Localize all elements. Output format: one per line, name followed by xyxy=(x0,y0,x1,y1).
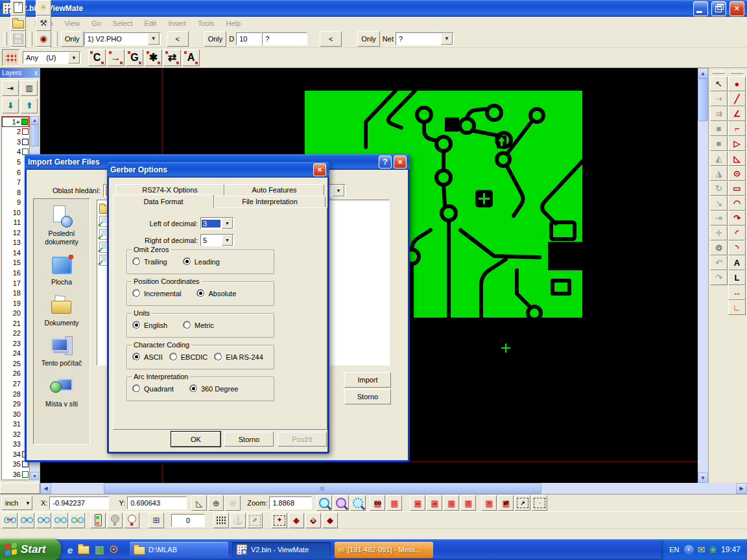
scroll-down-icon[interactable]: ▼ xyxy=(698,472,708,483)
draw-corner-icon[interactable]: ⌐ xyxy=(728,121,746,136)
draw-rect-icon[interactable]: ▭ xyxy=(728,181,746,196)
layer-swatch[interactable] xyxy=(22,128,29,135)
radio-360-degree[interactable]: 360 Degree xyxy=(189,384,239,393)
pan-left-icon[interactable]: ▦← xyxy=(410,495,425,511)
view-all-icon[interactable]: ••• xyxy=(2,513,18,528)
scroll-thumb[interactable] xyxy=(30,124,39,146)
draw-angle-icon[interactable]: ▷ xyxy=(728,136,746,151)
zoom-window-icon[interactable] xyxy=(350,495,366,511)
menu-view[interactable]: View xyxy=(58,18,86,29)
only-dcode-button[interactable]: Only xyxy=(204,31,227,47)
tab-data-format[interactable]: Data Format xyxy=(113,194,214,208)
corner-tool-icon[interactable]: ∟ xyxy=(728,300,746,315)
layer-row-3[interactable]: 3 xyxy=(2,137,29,147)
cancel-button[interactable]: Storno xyxy=(344,389,391,404)
layer-combo[interactable]: 1) V2.PHO ▼ xyxy=(84,32,161,45)
chevron-down-icon[interactable]: ▼ xyxy=(148,33,160,45)
left-decimal-combo[interactable]: 3 ▼ xyxy=(200,217,234,229)
menu-edit[interactable]: Edit xyxy=(138,18,162,29)
filter-combo[interactable]: Any (U) ▼ xyxy=(23,51,81,64)
taskwin-folder[interactable]: D:\MLAB xyxy=(130,542,228,558)
only-net-button[interactable]: Only xyxy=(357,31,380,47)
zoom-in-icon[interactable] xyxy=(316,495,332,511)
only-layer-button[interactable]: Only xyxy=(61,31,84,47)
grid-value[interactable]: 0 xyxy=(171,514,205,527)
grid-dots-icon[interactable] xyxy=(213,513,229,528)
tab-file-interpretation[interactable]: File Interpretation xyxy=(214,196,326,207)
menu-tools[interactable]: Tools xyxy=(192,18,220,29)
place-network[interactable]: Místa v síti xyxy=(34,376,89,408)
start-button[interactable]: Start xyxy=(0,539,61,560)
close-button[interactable]: × xyxy=(729,1,744,16)
folder-qlaunch-icon[interactable] xyxy=(78,544,89,555)
draw-triangle-icon[interactable]: ◺ xyxy=(728,151,746,166)
ok-button[interactable]: OK xyxy=(171,432,220,447)
tile-view-icon[interactable]: ⊞ xyxy=(148,513,164,528)
swap-ends-button[interactable]: ⇄ xyxy=(163,49,181,66)
dcode-highlight-icon[interactable]: ◉ xyxy=(36,31,51,47)
menu-insert[interactable]: Insert xyxy=(162,18,192,29)
aperture-tools-icon[interactable]: ⚒ xyxy=(36,16,51,31)
flash-s-icon[interactable]: ◆s xyxy=(305,513,321,528)
zoom-grid-small-icon[interactable]: ▦▫ xyxy=(481,495,497,511)
draw-curve-icon[interactable]: ↷ xyxy=(728,211,746,226)
layer-table-icon[interactable]: ▥ xyxy=(21,80,38,96)
close-icon[interactable]: × xyxy=(313,163,326,176)
goto-g-button[interactable]: G xyxy=(126,49,143,66)
flash-highlight-icon[interactable]: ✦ xyxy=(272,513,287,528)
resize-select-icon[interactable]: ↗ xyxy=(515,495,530,511)
label-tool-icon[interactable]: L xyxy=(728,270,746,285)
origin-crosshair-icon[interactable]: ⊕ xyxy=(208,495,224,511)
dcode-query-input[interactable]: ? xyxy=(262,32,307,45)
scroll-left-icon[interactable]: ◀ xyxy=(40,483,51,494)
firefox-icon[interactable]: ☉ xyxy=(110,544,118,555)
angle-measure-icon[interactable]: ◺ xyxy=(191,495,207,511)
tray-mail-icon[interactable]: ✉ xyxy=(698,544,706,555)
draw-line-icon[interactable]: ╱ xyxy=(728,91,746,106)
ie-icon[interactable]: e xyxy=(67,544,73,555)
layer-swatch[interactable] xyxy=(21,119,28,125)
layer-up-icon[interactable]: ⬆ xyxy=(21,98,38,113)
right-decimal-combo[interactable]: 5 ▼ xyxy=(200,234,234,246)
tray-collapse-icon[interactable]: ‹ xyxy=(684,545,694,555)
view-single-icon[interactable]: ∙ xyxy=(53,513,68,528)
minimize-button[interactable] xyxy=(693,1,708,16)
draw-circle-icon[interactable]: ⊙ xyxy=(728,166,746,181)
book-icon[interactable]: ▥ xyxy=(95,544,104,555)
place-computer[interactable]: Tento počítač xyxy=(34,335,89,368)
chevron-down-icon[interactable]: ▼ xyxy=(333,185,344,196)
chevron-down-icon[interactable]: ▼ xyxy=(68,52,80,64)
lamp-red-icon[interactable] xyxy=(124,513,139,528)
menu-go[interactable]: Go xyxy=(86,18,107,29)
draw-chord-icon[interactable]: ◠ xyxy=(728,196,746,211)
zoom-all-icon[interactable] xyxy=(333,495,349,511)
radio-english[interactable]: English xyxy=(132,321,167,329)
layer-swatch[interactable] xyxy=(22,471,29,478)
pan-right-icon[interactable]: ▦→ xyxy=(427,495,442,511)
flash-finder-icon[interactable]: ☀ xyxy=(36,0,51,16)
layer-row-36[interactable]: 36 xyxy=(2,469,29,480)
radio-trailing[interactable]: Trailing xyxy=(132,257,167,266)
tab-auto-features[interactable]: Auto Features xyxy=(224,184,324,196)
tray-icq-icon[interactable]: ❀ xyxy=(709,544,717,555)
panel-splitter[interactable] xyxy=(0,483,40,494)
view-pads-icon[interactable]: ▪ xyxy=(36,513,51,528)
chevron-down-icon[interactable]: ▼ xyxy=(441,33,453,45)
new-file-icon[interactable] xyxy=(10,0,26,16)
pad-pattern-icon[interactable] xyxy=(2,49,19,66)
radio-quadrant[interactable]: Quadrant xyxy=(132,384,174,393)
menu-select[interactable]: Select xyxy=(107,18,139,29)
chevron-down-icon[interactable]: ▼ xyxy=(222,218,233,229)
radio-incremental[interactable]: Incremental xyxy=(132,289,181,298)
net-combo[interactable]: ? ▼ xyxy=(396,32,454,45)
horizontal-scrollbar[interactable]: ◀ ▦ ▶ xyxy=(40,483,747,494)
text-a-button[interactable]: A xyxy=(182,49,200,66)
taskwin-messenger[interactable]: ✉[191-482-091] - Mess... xyxy=(335,542,433,558)
import-button[interactable]: Import xyxy=(344,372,391,388)
lamp-gray-icon[interactable] xyxy=(107,513,123,528)
grid-lines-icon[interactable]: ▦ xyxy=(386,495,402,511)
pan-down-icon[interactable]: ▦↓ xyxy=(444,495,459,511)
chevron-down-icon[interactable]: ▼ xyxy=(222,235,233,246)
highlight-lamp-icon[interactable] xyxy=(90,513,106,528)
layer-row-1+[interactable]: 1+ xyxy=(2,117,29,127)
